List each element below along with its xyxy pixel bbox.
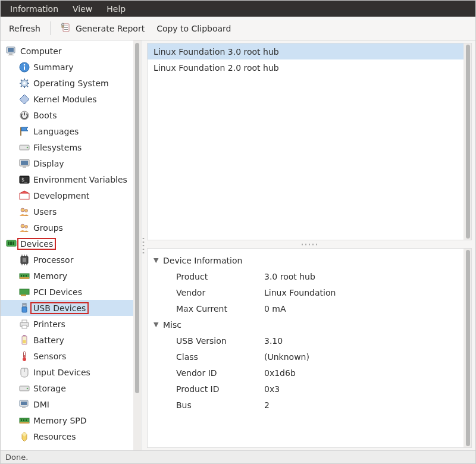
users-icon [18,206,30,218]
property-row[interactable]: Product3.0 root hub [150,268,461,284]
property-key: USB Version [176,336,264,346]
property-row[interactable]: USB Version3.10 [150,333,461,349]
tree-node-operating-system[interactable]: Operating System [1,75,133,91]
svg-rect-77 [20,422,29,424]
svg-rect-9 [8,55,14,55]
tree-node-summary[interactable]: Summary [1,59,133,75]
tree-label: Groups [33,223,63,233]
property-value: 0x3 [264,384,280,394]
terminal-icon: $_ [18,174,30,186]
property-key: Class [176,352,264,362]
tree-node-environment-variables[interactable]: $_Environment Variables [1,171,133,187]
property-key: Product [176,272,264,281]
expander-icon: ▼ [154,321,163,328]
device-row[interactable]: Linux Foundation 3.0 root hub [148,43,464,59]
svg-text:$_: $_ [21,177,27,183]
tree-node-usb-devices[interactable]: USB Devices [1,300,133,316]
section-header[interactable]: ▼Misc [150,316,461,333]
tree-node-computer[interactable]: Computer SummaryOperating SystemKernel M… [1,43,133,236]
app-window: Information View Help Refresh Generate R… [0,0,476,464]
svg-rect-58 [24,304,24,305]
dev-icon [18,190,30,202]
property-value: 0 mA [264,304,286,313]
tree-node-devices[interactable]: Devices ProcessorMemoryPCI DevicesUSB De… [1,236,133,444]
tree-node-users[interactable]: Users [1,203,133,220]
tree-node-boots[interactable]: Boots [1,107,133,123]
tree-node-development[interactable]: Development [1,187,133,203]
tree-node-processor[interactable]: Processor [1,252,133,268]
property-value: 3.10 [264,336,283,346]
detail-scrollbar[interactable] [464,249,471,447]
sidebar-scrollbar[interactable] [133,40,141,450]
vertical-splitter[interactable] [142,40,145,450]
users-icon [18,222,30,234]
memory-icon [18,270,30,282]
property-row[interactable]: Vendor ID0x1d6b [150,365,461,381]
tree-node-memory[interactable]: Memory [1,268,133,284]
tree-node-languages[interactable]: Languages [1,123,133,139]
section-header[interactable]: ▼Device Information [150,252,461,268]
property-value: 0x1d6b [264,368,296,378]
property-key: Max Current [176,304,264,313]
tree-node-input-devices[interactable]: Input Devices [1,364,133,380]
drive-icon [18,383,30,394]
property-row[interactable]: Max Current0 mA [150,300,461,316]
tree-node-pci-devices[interactable]: PCI Devices [1,284,133,300]
tree-label: Users [33,207,57,217]
menu-help[interactable]: Help [101,2,131,15]
svg-rect-60 [22,307,27,312]
property-row[interactable]: Product ID0x3 [150,381,461,397]
refresh-button[interactable]: Refresh [5,21,44,36]
tree-label: Environment Variables [33,175,127,184]
svg-point-36 [21,224,24,228]
svg-rect-3 [64,29,68,30]
svg-rect-30 [23,167,26,168]
horizontal-splitter[interactable] [147,242,472,247]
menu-view[interactable]: View [67,2,98,15]
svg-point-37 [25,225,28,228]
svg-rect-54 [26,275,27,277]
tree-label: Kernel Modules [33,95,97,104]
tree-node-display[interactable]: Display [1,155,133,171]
device-row[interactable]: Linux Foundation 2.0 root hub [148,59,464,76]
sensor-icon [18,350,30,362]
copy-clipboard-button[interactable]: Copy to Clipboard [153,21,234,36]
tree-node-resources[interactable]: Resources [1,428,133,444]
tree-node-sensors[interactable]: Sensors [1,348,133,364]
right-pane: Linux Foundation 3.0 root hubLinux Found… [145,40,475,450]
drive-icon [18,142,30,153]
tree-node-groups[interactable]: Groups [1,220,133,236]
svg-rect-33 [20,193,29,199]
tree-label: Storage [33,384,66,393]
expander-icon: ▼ [154,256,163,264]
tree-node-filesystems[interactable]: Filesystems [1,139,133,155]
section-title: Device Information [163,256,242,265]
tree-node-battery[interactable]: Battery [1,332,133,348]
property-row[interactable]: Class(Unknown) [150,349,461,365]
svg-rect-7 [8,48,14,52]
report-icon [60,23,72,35]
svg-rect-59 [25,304,26,305]
menu-information[interactable]: Information [4,2,64,15]
svg-rect-1 [64,26,68,26]
tree-label: Boots [33,111,57,120]
tree-label: Languages [33,127,79,136]
tree-node-dmi[interactable]: DMI [1,396,133,412]
device-list[interactable]: Linux Foundation 3.0 root hubLinux Found… [148,43,464,240]
property-row[interactable]: Bus2 [150,397,461,413]
generate-report-button[interactable]: Generate Report [57,20,148,37]
tree-label: Devices [20,239,56,249]
detail-tree[interactable]: ▼Device InformationProduct3.0 root hubVe… [148,249,464,447]
tree-node-storage[interactable]: Storage [1,380,133,396]
status-text: Done. [5,453,28,462]
tree-scroll[interactable]: Computer SummaryOperating SystemKernel M… [1,40,133,450]
tree-node-kernel-modules[interactable]: Kernel Modules [1,91,133,107]
monitor-icon [18,158,30,170]
device-list-scrollbar[interactable] [464,43,471,240]
tree-node-memory-spd[interactable]: Memory SPD [1,412,133,428]
info-icon [18,61,30,73]
svg-rect-51 [20,277,29,279]
svg-point-5 [61,23,64,26]
property-row[interactable]: VendorLinux Foundation [150,284,461,300]
tree-node-printers[interactable]: Printers [1,316,133,332]
